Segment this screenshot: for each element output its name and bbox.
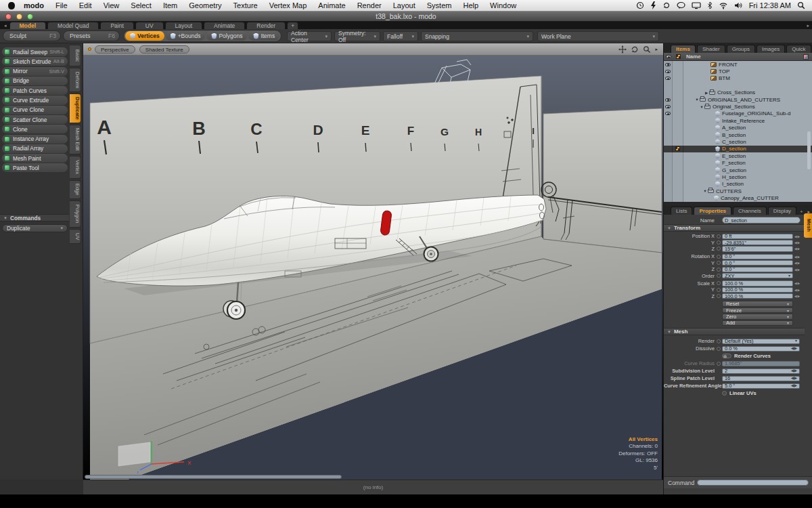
- mini-slider-icon[interactable]: ◀▶: [793, 288, 802, 292]
- menu-geometry[interactable]: Geometry: [189, 1, 221, 9]
- tree-row[interactable]: ▼Original_Sections: [664, 103, 812, 110]
- eye-icon[interactable]: [665, 112, 671, 115]
- channel-toggle[interactable]: [717, 255, 721, 259]
- spotlight-icon[interactable]: [797, 1, 805, 9]
- tree-row[interactable]: ▼ORIGINALS_AND_CUTTERS: [664, 96, 812, 103]
- tree-row[interactable]: FRONT: [664, 61, 812, 68]
- tab-channels[interactable]: Channels: [733, 207, 767, 215]
- tab-back-icon[interactable]: ◂: [4, 23, 7, 28]
- eye-icon[interactable]: [665, 70, 671, 73]
- linear-uvs-checkbox[interactable]: [722, 391, 727, 396]
- tree-row[interactable]: H_section: [664, 173, 812, 180]
- scale-z-field[interactable]: 100.0 %: [722, 293, 793, 299]
- mini-slider-icon[interactable]: ◀▶: [793, 261, 802, 265]
- orbit-view-icon[interactable]: [631, 45, 639, 54]
- layout-tab-uv[interactable]: UV: [135, 22, 164, 29]
- view-type-button[interactable]: Perspective: [95, 45, 135, 54]
- mini-slider-icon[interactable]: ◀▶: [791, 376, 797, 381]
- viewport-canvas[interactable]: A B C D E F G H I: [83, 43, 663, 480]
- layout-tab-animate[interactable]: Animate: [204, 22, 245, 29]
- tab-vertex[interactable]: Vertex: [70, 156, 81, 179]
- commands-section-header[interactable]: ▼ Commands: [0, 214, 69, 221]
- channel-toggle[interactable]: [717, 268, 721, 272]
- rotation-x-field[interactable]: 0.0 °: [722, 254, 793, 259]
- tree-row[interactable]: BTM: [664, 75, 812, 82]
- command-preset-dropdown[interactable]: Duplicate ▾: [2, 224, 68, 232]
- mini-slider-icon[interactable]: ◀▶: [791, 346, 797, 351]
- tool-radial-sweep[interactable]: Radial SweepShift-L: [2, 47, 68, 56]
- name-field[interactable]: D_section: [722, 217, 800, 224]
- presets-button[interactable]: Presets F6: [63, 30, 120, 41]
- recent-items-icon[interactable]: [636, 1, 644, 9]
- mode-bounds-button[interactable]: +Bounds: [166, 31, 206, 41]
- channel-toggle[interactable]: [717, 339, 721, 343]
- tool-mirror[interactable]: MirrorShift-V: [2, 67, 68, 76]
- tree-row-selected[interactable]: D_section: [664, 146, 812, 152]
- shading-mode-button[interactable]: Shaded Texture: [139, 45, 189, 54]
- tool-curve-clone[interactable]: Curve Clone: [2, 106, 68, 114]
- tool-bridge[interactable]: Bridge: [2, 77, 68, 85]
- sculpt-button[interactable]: Sculpt F3: [3, 30, 61, 41]
- channel-toggle[interactable]: [717, 294, 721, 298]
- subdivision-field[interactable]: 2◀▶: [722, 368, 800, 374]
- battery-icon[interactable]: [650, 1, 656, 9]
- messages-icon[interactable]: [677, 1, 685, 9]
- tab-duplicate[interactable]: Duplicate: [70, 93, 81, 123]
- tree-row[interactable]: ▼CUTTERS: [664, 188, 812, 194]
- tree-row[interactable]: TOP: [664, 68, 812, 75]
- filter-icon[interactable]: [803, 54, 809, 60]
- tab-polygon[interactable]: Polygon: [70, 200, 81, 228]
- mesh-side-tab[interactable]: Mesh: [804, 213, 812, 238]
- falloff-dropdown[interactable]: Falloff▾: [383, 31, 418, 41]
- menu-help[interactable]: Help: [463, 1, 478, 9]
- freeze-button[interactable]: Freeze▾: [722, 308, 793, 313]
- spline-patch-field[interactable]: 16◀▶: [722, 376, 800, 381]
- add-tab-button[interactable]: +: [800, 209, 803, 215]
- tab-mesh-edit[interactable]: Mesh Edit: [70, 125, 81, 154]
- menu-item[interactable]: Item: [163, 1, 177, 9]
- channel-toggle[interactable]: [717, 247, 721, 251]
- tree-row[interactable]: Intake_Reference: [664, 117, 812, 124]
- command-input[interactable]: [697, 480, 809, 486]
- mini-slider-icon[interactable]: ◀▶: [793, 234, 802, 238]
- mini-slider-icon[interactable]: ◀▶: [793, 255, 802, 259]
- apple-menu-icon[interactable]: [8, 2, 15, 9]
- mode-items-button[interactable]: Items: [248, 31, 279, 41]
- tool-patch-curves[interactable]: Patch Curves: [2, 86, 68, 95]
- tab-groups[interactable]: Groups: [727, 45, 755, 53]
- tab-deform[interactable]: Deform: [70, 68, 81, 92]
- tree-row[interactable]: B_section: [664, 131, 812, 138]
- refinement-field[interactable]: 5.0 °◀▶: [722, 383, 800, 389]
- item-tree-scrollbar[interactable]: [807, 131, 811, 169]
- tree-row[interactable]: F_section: [664, 159, 812, 166]
- visibility-column-icon[interactable]: [666, 55, 671, 58]
- transform-section-header[interactable]: ▼ Transform: [664, 224, 805, 232]
- menu-layout[interactable]: Layout: [393, 1, 415, 9]
- channel-toggle[interactable]: [717, 347, 721, 351]
- dissolve-field[interactable]: 0.0 %◀▶: [722, 346, 800, 352]
- rotation-z-field[interactable]: 0.0 °: [722, 267, 793, 272]
- viewport-options-icon[interactable]: ▸: [655, 47, 658, 52]
- tab-properties[interactable]: Properties: [694, 207, 731, 215]
- volume-icon[interactable]: [734, 1, 743, 9]
- channel-toggle[interactable]: [717, 261, 721, 265]
- position-x-field[interactable]: 0 ft: [722, 234, 793, 239]
- menu-clock[interactable]: Fri 12:38 AM: [749, 1, 791, 9]
- 3d-viewport[interactable]: Perspective Shaded Texture ▸: [83, 43, 663, 480]
- mini-slider-icon[interactable]: ◀▶: [791, 383, 797, 388]
- channel-toggle[interactable]: [717, 274, 721, 278]
- layout-tab-render[interactable]: Render: [246, 22, 286, 29]
- zero-button[interactable]: Zero▾: [722, 314, 793, 319]
- tree-row[interactable]: Canopy_Area_CUTTER: [664, 194, 812, 201]
- menu-window[interactable]: Window: [490, 1, 516, 9]
- layout-tab-model-quad[interactable]: Model Quad: [47, 22, 99, 29]
- order-dropdown[interactable]: ZXY▾: [722, 273, 793, 278]
- work-plane-dropdown[interactable]: Work Plane▾: [537, 31, 659, 41]
- tool-curve-extrude[interactable]: Curve Extrude: [2, 96, 68, 104]
- render-curves-toggle[interactable]: [722, 354, 731, 358]
- menu-animate[interactable]: Animate: [318, 1, 345, 9]
- tool-mesh-paint[interactable]: Mesh Paint: [2, 154, 68, 163]
- scale-y-field[interactable]: 100.0 %: [722, 287, 793, 293]
- channel-toggle[interactable]: [717, 234, 721, 238]
- mode-polygons-button[interactable]: Polygons: [206, 31, 247, 41]
